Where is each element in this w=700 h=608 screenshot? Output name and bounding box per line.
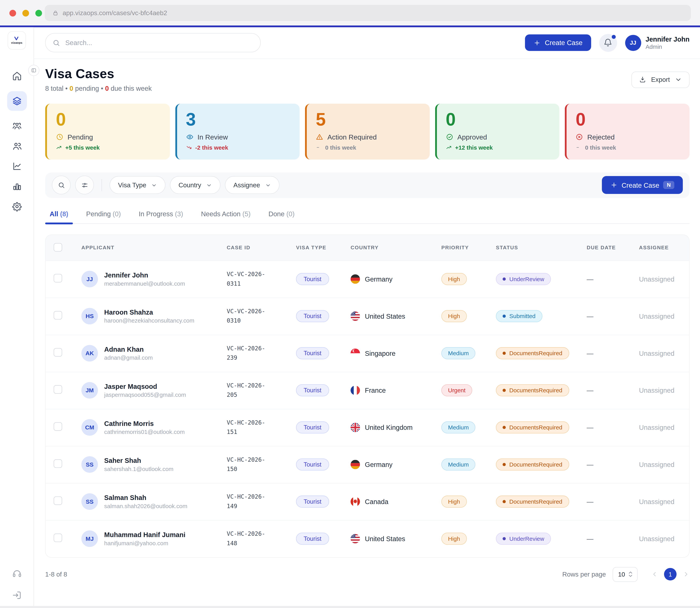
export-button[interactable]: Export — [631, 71, 689, 88]
assignee-filter[interactable]: Assignee — [225, 176, 279, 194]
traffic-light-minimize[interactable] — [22, 10, 29, 17]
row-checkbox[interactable] — [54, 422, 62, 431]
table-row[interactable]: SS Salman Shah salman.shah2026@outlook.c… — [46, 483, 689, 520]
tab-pending[interactable]: Pending (0) — [82, 210, 125, 223]
column-header-status[interactable]: STATUS — [496, 245, 587, 250]
applicant-email: cathrinemorris01@outlook.com — [104, 429, 185, 435]
stat-card-rejected[interactable]: 0 Rejected 0 this week — [565, 103, 689, 159]
rows-per-page-select[interactable]: 10 — [613, 567, 638, 582]
applicant-avatar: AK — [81, 345, 98, 361]
x-circle-icon — [576, 133, 583, 141]
country-name: Canada — [365, 498, 388, 506]
table-row[interactable]: JJ Jennifer John merabemmanuel@outlook.c… — [46, 260, 689, 298]
stat-delta: 0 this week — [325, 144, 356, 151]
visa-type-filter[interactable]: Visa Type — [109, 176, 165, 194]
tab-in-progress[interactable]: In Progress (3) — [134, 210, 188, 223]
applicant-name: Adnan Khan — [104, 345, 153, 353]
due-date: — — [587, 312, 639, 320]
stat-card-in-review[interactable]: 3 In Review -2 this week — [175, 103, 300, 159]
table-row[interactable]: MJ Muhammad Hanif Jumani hanifjumani@yah… — [46, 520, 689, 557]
column-header-visa-type[interactable]: VISA TYPE — [296, 245, 351, 250]
tab-needs-action[interactable]: Needs Action (5) — [197, 210, 255, 223]
row-checkbox[interactable] — [54, 348, 62, 357]
row-checkbox[interactable] — [54, 459, 62, 468]
applicant-avatar: JM — [81, 382, 98, 399]
stat-value: 3 — [186, 109, 291, 129]
tab-all[interactable]: All (8) — [45, 210, 73, 223]
bell-icon — [604, 38, 612, 47]
column-header-assignee[interactable]: ASSIGNEE — [639, 245, 689, 250]
address-bar[interactable]: app.vizaops.com/cases/vc-bfc4aeb2 — [45, 5, 691, 21]
stat-delta: -2 this week — [195, 144, 228, 151]
column-header-country[interactable]: COUNTRY — [351, 245, 441, 250]
status-dot — [503, 352, 506, 355]
logo-text: vizaops — [11, 41, 22, 44]
table-row[interactable]: HS Haroon Shahza haroon@hezekiahconsulta… — [46, 297, 689, 335]
current-page-button[interactable]: 1 — [664, 568, 677, 581]
sidebar-collapse-button[interactable] — [28, 64, 39, 76]
assignee: Unassigned — [639, 276, 689, 283]
stat-card-action-required[interactable]: 5 Action Required 0 this week — [305, 103, 430, 159]
case-id: VC-HC-2026-148 — [227, 530, 271, 548]
row-checkbox[interactable] — [54, 496, 62, 505]
sidebar-item-home[interactable] — [12, 71, 22, 81]
traffic-light-zoom[interactable] — [35, 10, 42, 17]
row-checkbox[interactable] — [54, 274, 62, 283]
applicant-email: haroon@hezekiahconsultancy.com — [104, 317, 195, 324]
next-page-button[interactable] — [682, 571, 689, 578]
filter-search-button[interactable] — [52, 176, 71, 194]
stat-card-pending[interactable]: 0 Pending +5 this week — [45, 103, 170, 159]
country-name: United States — [365, 535, 405, 543]
sidebar-item-cases[interactable] — [7, 91, 26, 111]
stat-label: Approved — [457, 133, 487, 141]
visa-type-badge: Tourist — [296, 495, 329, 508]
logout-button[interactable] — [12, 590, 22, 600]
sidebar-item-analytics[interactable] — [12, 161, 22, 171]
column-header-priority[interactable]: PRIORITY — [441, 245, 496, 250]
visa-type-badge: Tourist — [296, 533, 329, 545]
create-case-button-secondary[interactable]: Create Case N — [602, 176, 683, 194]
country-filter[interactable]: Country — [170, 176, 220, 194]
priority-badge: High — [441, 310, 467, 322]
row-checkbox[interactable] — [54, 534, 62, 542]
sidebar-item-settings[interactable] — [12, 201, 22, 211]
case-id: VC-HC-2026-149 — [227, 493, 271, 511]
support-button[interactable] — [12, 568, 22, 578]
status-badge: DocumentsRequired — [496, 347, 569, 359]
sidebar-item-reports[interactable] — [12, 181, 22, 191]
notifications-button[interactable] — [599, 34, 617, 52]
traffic-light-close[interactable] — [9, 10, 16, 17]
pagination: 1-8 of 8 Rows per page 10 1 — [45, 567, 689, 582]
column-header-applicant[interactable]: APPLICANT — [81, 245, 227, 250]
applicant-avatar: CM — [81, 419, 98, 436]
column-header-case-id[interactable]: CASE ID — [227, 245, 296, 250]
visa-type-badge: Tourist — [296, 421, 329, 434]
applicant-name: Muhammad Hanif Jumani — [104, 531, 185, 538]
column-header-due-date[interactable]: DUE DATE — [587, 245, 639, 250]
tab-done[interactable]: Done (0) — [264, 210, 299, 223]
sidebar-item-team[interactable] — [12, 121, 22, 131]
table-row[interactable]: SS Saher Shah sahershah.1@outlook.com VC… — [46, 446, 689, 483]
row-checkbox[interactable] — [54, 311, 62, 320]
assignee: Unassigned — [639, 349, 689, 357]
country-name: United Kingdom — [365, 424, 412, 431]
table-row[interactable]: CM Cathrine Morris cathrinemorris01@outl… — [46, 408, 689, 446]
row-checkbox[interactable] — [54, 385, 62, 394]
stat-card-approved[interactable]: 0 Approved +12 this week — [435, 103, 559, 159]
table-row[interactable]: JM Jasper Maqsood jaspermaqsood055@gmail… — [46, 372, 689, 408]
search-input[interactable]: Search... — [45, 33, 261, 52]
pagination-range: 1-8 of 8 — [45, 571, 67, 578]
select-all-checkbox[interactable] — [54, 243, 62, 251]
prev-page-button[interactable] — [651, 571, 658, 578]
visa-type-badge: Tourist — [296, 458, 329, 471]
sidebar-nav — [7, 71, 26, 211]
assignee: Unassigned — [639, 535, 689, 543]
filter-sliders-button[interactable] — [75, 176, 94, 194]
country-flag — [351, 460, 360, 469]
app-logo[interactable]: vizaops — [7, 31, 26, 49]
sidebar-item-clients[interactable] — [12, 141, 22, 151]
create-case-button[interactable]: Create Case — [525, 34, 591, 51]
user-menu[interactable]: JJ Jennifer John Admin — [625, 35, 689, 51]
filter-bar: Visa Type Country Assignee Create Case — [45, 172, 689, 198]
table-row[interactable]: AK Adnan Khan adnan@gmail.com VC-HC-2026… — [46, 335, 689, 372]
